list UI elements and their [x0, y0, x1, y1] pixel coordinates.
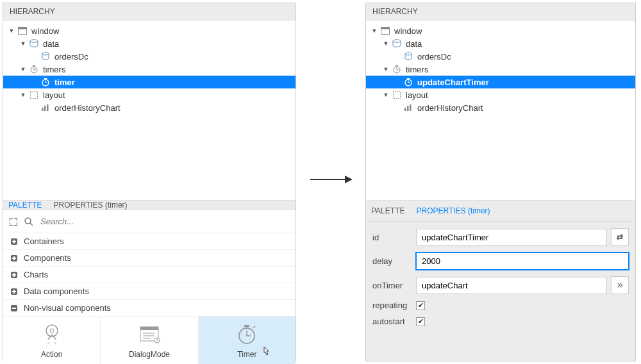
caret-icon[interactable]: ▼ — [20, 92, 26, 98]
palette-item-timer[interactable]: Timer — [199, 317, 296, 364]
layout-icon — [392, 90, 402, 100]
tree-label: window — [30, 26, 59, 36]
palette-item-label: DialogMode — [129, 350, 170, 359]
tree-row-orderHistoryChart[interactable]: orderHistoryChart — [366, 101, 635, 114]
svg-rect-35 — [140, 327, 158, 330]
category-containers[interactable]: Containers — [3, 233, 296, 250]
tree-row-window[interactable]: ▼window — [3, 24, 296, 37]
palette-search-row — [3, 210, 296, 233]
tree-row-window[interactable]: ▼window — [366, 24, 635, 37]
tree-row-timers[interactable]: ▼timers — [3, 63, 296, 76]
tree-row-ordersDc[interactable]: ordersDc — [366, 50, 635, 63]
left-panel: HIERARCHY ▼window▼dataordersDc▼timerstim… — [3, 3, 296, 361]
svg-point-33 — [50, 329, 54, 333]
swap-button[interactable] — [611, 228, 629, 246]
prop-label-delay: delay — [372, 256, 412, 266]
tree-row-data[interactable]: ▼data — [366, 37, 635, 50]
tree-row-data[interactable]: ▼data — [3, 37, 296, 50]
tree-row-updateChartTimer[interactable]: updateChartTimer — [366, 76, 635, 88]
tree-row-layout[interactable]: ▼layout — [3, 88, 296, 101]
palette-item-action[interactable]: Action — [3, 317, 101, 364]
svg-rect-7 — [33, 65, 35, 67]
category-charts[interactable]: Charts — [3, 267, 296, 283]
action-icon — [39, 323, 65, 346]
delay-input[interactable] — [416, 252, 629, 270]
transition-arrow-icon — [309, 173, 353, 186]
tree-label: data — [42, 39, 59, 49]
prop-row-autostart: autostart ✔ — [372, 317, 629, 326]
prop-row-delay: delay — [372, 252, 629, 270]
tree-row-timers[interactable]: ▼timers — [366, 63, 635, 76]
cursor-icon — [261, 346, 271, 356]
lower-tabs-right: PALETTE PROPERTIES (timer) — [366, 200, 635, 222]
id-input[interactable] — [416, 229, 607, 246]
search-icon — [24, 217, 34, 227]
category-label: Data components — [24, 286, 89, 296]
autostart-checkbox[interactable]: ✔ — [416, 317, 425, 326]
plus-icon — [10, 237, 19, 246]
tab-palette[interactable]: PALETTE — [8, 201, 42, 210]
palette-categories: ContainersComponentsChartsData component… — [3, 233, 296, 317]
svg-point-51 — [405, 53, 412, 55]
svg-marker-47 — [345, 176, 353, 183]
caret-icon[interactable]: ▼ — [20, 40, 26, 47]
plus-icon — [10, 254, 19, 263]
window-icon — [380, 26, 390, 36]
plus-icon — [10, 270, 19, 279]
tab-palette[interactable]: PALETTE — [371, 206, 404, 215]
svg-rect-31 — [12, 308, 16, 309]
tree-row-orderHistoryChart[interactable]: orderHistoryChart — [3, 101, 296, 114]
palette-items: ActionDialogModeTimer — [3, 317, 296, 364]
repeating-checkbox[interactable]: ✔ — [416, 301, 425, 310]
tree-label: ordersDc — [53, 52, 88, 62]
prop-row-ontimer: onTimer — [372, 276, 629, 294]
svg-rect-55 — [395, 65, 398, 67]
timers-icon — [392, 64, 402, 74]
chevron-double-right-icon — [616, 281, 624, 289]
svg-rect-14 — [44, 106, 46, 111]
svg-rect-29 — [13, 290, 15, 294]
tree-label: orderHistoryChart — [416, 103, 483, 113]
svg-rect-63 — [410, 104, 412, 111]
svg-rect-12 — [31, 92, 38, 99]
category-label: Containers — [24, 236, 64, 246]
caret-icon[interactable]: ▼ — [383, 40, 389, 47]
caret-icon[interactable]: ▼ — [371, 28, 378, 34]
hierarchy-tree-left: ▼window▼dataordersDc▼timerstimer▼layouto… — [3, 21, 296, 200]
tree-label: ordersDc — [416, 52, 451, 62]
tree-row-timer[interactable]: timer — [3, 76, 296, 88]
svg-point-16 — [25, 218, 31, 224]
expand-icon[interactable] — [8, 217, 19, 227]
svg-rect-62 — [407, 106, 409, 111]
caret-icon[interactable]: ▼ — [20, 66, 26, 72]
data-icon — [392, 38, 402, 49]
palette-item-dialogmode[interactable]: DialogMode — [101, 317, 198, 364]
tab-properties[interactable]: PROPERTIES (timer) — [416, 206, 490, 215]
category-data-components[interactable]: Data components — [3, 283, 296, 300]
tree-label: data — [404, 39, 422, 49]
goto-button[interactable] — [611, 276, 629, 294]
category-non-visual-components[interactable]: Non-visual components — [3, 300, 296, 317]
svg-rect-11 — [44, 78, 47, 79]
tree-label: layout — [404, 90, 428, 100]
tab-properties[interactable]: PROPERTIES (timer) — [53, 201, 127, 210]
category-components[interactable]: Components — [3, 250, 296, 267]
svg-rect-1 — [19, 28, 27, 29]
tree-label: layout — [42, 90, 65, 100]
timer-large-icon — [234, 323, 260, 346]
svg-line-17 — [30, 223, 33, 226]
svg-rect-59 — [407, 78, 410, 79]
palette-item-label: Action — [41, 350, 62, 359]
right-panel: HIERARCHY ▼window▼dataordersDc▼timersupd… — [365, 3, 636, 361]
tree-row-ordersDc[interactable]: ordersDc — [3, 50, 296, 63]
tree-row-layout[interactable]: ▼layout — [366, 88, 635, 101]
caret-icon[interactable]: ▼ — [383, 66, 389, 72]
svg-rect-60 — [394, 92, 401, 99]
caret-icon[interactable]: ▼ — [383, 92, 389, 98]
caret-icon[interactable]: ▼ — [8, 28, 15, 34]
prop-label-ontimer: onTimer — [372, 281, 412, 290]
plus-icon — [10, 287, 19, 296]
ontimer-input[interactable] — [416, 277, 607, 294]
timer-icon — [403, 77, 413, 87]
search-input[interactable] — [39, 214, 290, 229]
